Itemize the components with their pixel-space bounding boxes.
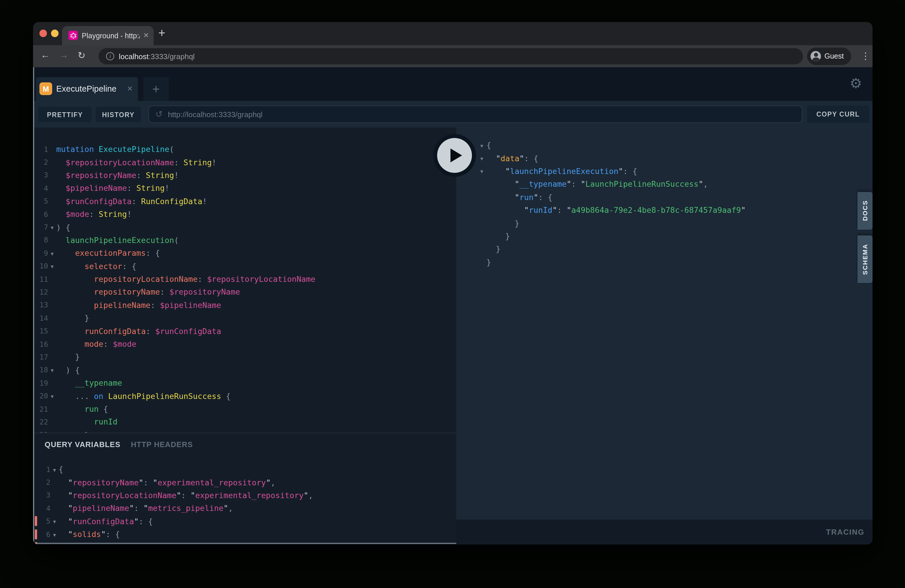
tracing-bar: TRACING bbox=[456, 520, 873, 545]
code-text: __typename bbox=[56, 378, 122, 387]
line-number: 6 bbox=[33, 210, 48, 218]
fold-spacer bbox=[477, 235, 486, 237]
code-text: } bbox=[56, 430, 89, 432]
line-number: 11 bbox=[33, 275, 48, 283]
line-number: 10 bbox=[33, 262, 48, 270]
reset-endpoint-icon[interactable]: ↺ bbox=[156, 109, 163, 119]
error-marker bbox=[35, 529, 37, 539]
line-number: 4 bbox=[33, 184, 48, 192]
code-line: 5▾ "runConfigData": { bbox=[33, 515, 456, 528]
minimize-window-button[interactable] bbox=[51, 30, 59, 37]
fold-arrow-icon[interactable]: ▾ bbox=[48, 392, 56, 399]
code-line: 2 "repositoryName": "experimental_reposi… bbox=[33, 476, 456, 489]
code-text: $runConfigData: RunConfigData! bbox=[56, 197, 207, 206]
execute-button[interactable] bbox=[433, 134, 476, 177]
fold-arrow-icon[interactable]: ▾ bbox=[477, 154, 486, 162]
code-line: 11 repositoryLocationName: $repositoryLo… bbox=[33, 273, 456, 286]
fold-spacer bbox=[48, 382, 56, 383]
code-line: } bbox=[477, 256, 873, 269]
code-text: } bbox=[486, 257, 491, 267]
code-line: 14 } bbox=[33, 311, 456, 324]
line-number: 3 bbox=[33, 171, 48, 180]
browser-tab[interactable]: Playground - http://localhost:3 ✕ bbox=[62, 26, 154, 45]
code-text: $repositoryName: String! bbox=[56, 170, 179, 180]
new-session-button[interactable]: + bbox=[143, 77, 169, 101]
code-text: executionParams: { bbox=[56, 248, 160, 258]
code-line: 23 } bbox=[33, 428, 456, 432]
settings-gear-icon[interactable]: ⚙ bbox=[849, 75, 862, 92]
docs-side-tab[interactable]: DOCS bbox=[857, 192, 873, 230]
code-line: 1mutation ExecutePipeline( bbox=[33, 143, 456, 156]
profile-label: Guest bbox=[824, 52, 844, 60]
profile-button[interactable]: Guest bbox=[807, 48, 851, 65]
code-line: 19 __typename bbox=[33, 377, 456, 389]
fold-arrow-icon[interactable]: ▾ bbox=[51, 530, 59, 538]
code-text: ... on LaunchPipelineRunSuccess { bbox=[56, 391, 231, 400]
tab-http-headers[interactable]: HTTP HEADERS bbox=[131, 440, 193, 449]
code-text: { bbox=[59, 464, 63, 474]
code-line: } bbox=[477, 216, 873, 230]
endpoint-input[interactable]: ↺ http://localhost:3333/graphql bbox=[148, 105, 802, 123]
fold-arrow-icon[interactable]: ▾ bbox=[48, 223, 56, 231]
fold-arrow-icon[interactable]: ▾ bbox=[477, 167, 486, 175]
fold-spacer bbox=[51, 508, 59, 509]
fold-spacer bbox=[48, 356, 56, 358]
browser-toolbar: ← → ↻ i localhost:3333/graphql Guest ⋮ bbox=[33, 45, 873, 67]
browser-menu-icon[interactable]: ⋮ bbox=[861, 51, 870, 62]
line-number: 5 bbox=[33, 197, 48, 205]
copy-curl-button[interactable]: COPY CURL bbox=[807, 105, 869, 123]
left-edge-scroll-line bbox=[33, 67, 34, 545]
session-close-icon[interactable]: ✕ bbox=[127, 85, 133, 93]
query-editor[interactable]: 1mutation ExecutePipeline(2 $repositoryL… bbox=[33, 127, 456, 432]
fold-arrow-icon[interactable]: ▾ bbox=[48, 366, 56, 374]
session-tab-title: ExecutePipeline bbox=[56, 84, 116, 93]
code-line: 10▾ selector: { bbox=[33, 259, 456, 273]
code-line: 9▾ executionParams: { bbox=[33, 246, 456, 259]
code-text: $repositoryLocationName: String! bbox=[56, 157, 216, 167]
screen: Playground - http://localhost:3 ✕ + ← → … bbox=[0, 0, 905, 588]
code-line: "run": { bbox=[477, 191, 873, 203]
browser-tab-title: Playground - http://localhost:3 bbox=[82, 32, 140, 41]
site-info-icon[interactable]: i bbox=[106, 52, 114, 60]
mutation-badge-icon: M bbox=[40, 83, 52, 95]
back-icon[interactable]: ← bbox=[41, 50, 50, 60]
fold-arrow-icon[interactable]: ▾ bbox=[48, 250, 56, 257]
code-line: 1▾{ bbox=[33, 463, 456, 476]
fold-arrow-icon[interactable]: ▾ bbox=[51, 466, 59, 473]
fold-spacer bbox=[48, 240, 56, 241]
line-number: 9 bbox=[33, 249, 48, 257]
variables-editor[interactable]: 1▾{2 "repositoryName": "experimental_rep… bbox=[33, 463, 456, 545]
response-viewer[interactable]: ▾{▾ "data": {▾ "launchPipelineExecution"… bbox=[456, 138, 873, 269]
line-number: 1 bbox=[33, 145, 48, 153]
line-number: 19 bbox=[33, 378, 48, 387]
forward-icon[interactable]: → bbox=[59, 50, 68, 60]
fold-spacer bbox=[48, 304, 56, 305]
code-text: ) { bbox=[56, 222, 70, 232]
new-tab-button[interactable]: + bbox=[158, 26, 165, 40]
variables-section: QUERY VARIABLESHTTP HEADERS 1▾{2 "reposi… bbox=[33, 432, 456, 545]
close-tab-icon[interactable]: ✕ bbox=[143, 31, 149, 40]
avatar-icon bbox=[810, 51, 821, 62]
reload-icon[interactable]: ↻ bbox=[78, 50, 86, 61]
code-line: 15 runConfigData: $runConfigData bbox=[33, 324, 456, 337]
tab-query-variables[interactable]: QUERY VARIABLES bbox=[44, 440, 121, 449]
variables-scrollbar[interactable] bbox=[33, 543, 456, 544]
address-bar[interactable]: i localhost:3333/graphql bbox=[98, 48, 803, 64]
code-text: repositoryName: $repositoryName bbox=[56, 287, 240, 297]
fold-spacer bbox=[48, 291, 56, 292]
history-button[interactable]: HISTORY bbox=[96, 107, 141, 122]
fold-spacer bbox=[48, 148, 56, 149]
session-toolbar: PRETTIFY HISTORY ↺ http://localhost:3333… bbox=[33, 101, 873, 127]
fold-arrow-icon[interactable]: ▾ bbox=[48, 262, 56, 270]
fold-arrow-icon[interactable]: ▾ bbox=[51, 518, 59, 525]
fold-spacer bbox=[477, 261, 486, 262]
line-number: 8 bbox=[33, 236, 48, 245]
session-tab-executepipeline[interactable]: M ExecutePipeline ✕ bbox=[36, 77, 138, 101]
code-line: 3 "repositoryLocationName": "experimenta… bbox=[33, 489, 456, 502]
schema-side-tab[interactable]: SCHEMA bbox=[857, 235, 873, 283]
tracing-label[interactable]: TRACING bbox=[826, 528, 864, 536]
code-text: { bbox=[486, 140, 491, 149]
prettify-button[interactable]: PRETTIFY bbox=[38, 107, 92, 122]
close-window-button[interactable] bbox=[40, 30, 47, 37]
fold-arrow-icon[interactable]: ▾ bbox=[477, 141, 486, 149]
